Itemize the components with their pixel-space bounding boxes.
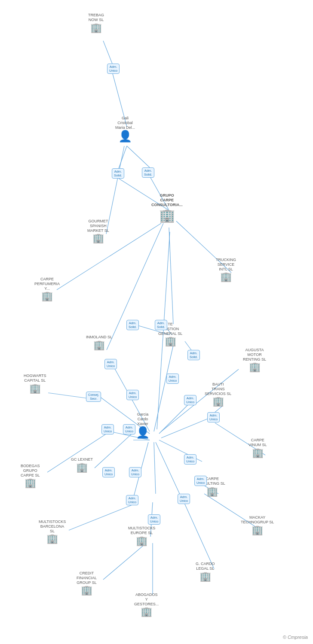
te-gestion-icon: 🏢	[165, 337, 176, 346]
multistocks-barcelona-icon: 🏢	[46, 534, 58, 544]
g-cardo-legal-icon: 🏢	[199, 572, 211, 581]
multistocks-europe-node: MULTISTOCKS EUROPE SL 🏢	[128, 526, 155, 546]
badge-adm-unico-multi: Adm.Unico	[178, 494, 190, 504]
inmoland-icon: 🏢	[93, 340, 105, 350]
badge-adm-unico-carpe-v: Adm.Unico	[184, 454, 196, 465]
multistocks-europe-icon: 🏢	[136, 536, 147, 546]
augusta-node: AUGUSTA MOTOR RENTING SL 🏢	[243, 348, 266, 372]
badge-adm-unico-gc1: Adm.Unico	[101, 424, 114, 434]
badge-consej-secr: Consej.Secr.	[86, 392, 101, 402]
badge-adm-solid-5: Adm.Solid.	[187, 350, 200, 360]
badge-adm-solid-1: Adm.Solid.	[112, 168, 124, 179]
badge-adm-solid-4: Adm.Solid.	[155, 320, 167, 330]
svg-line-0	[103, 41, 112, 64]
augusta-icon: 🏢	[249, 362, 261, 372]
svg-line-24	[95, 434, 132, 468]
gali-node: Gali Cristobal Maria Del... 👤	[115, 116, 135, 142]
trebag-icon: 🏢	[90, 23, 102, 33]
svg-line-34	[103, 543, 146, 580]
watermark: © Cmpresia	[283, 635, 308, 640]
carpe-vinum-node: CARPE VINUM SL 🏢	[249, 438, 267, 458]
svg-line-32	[156, 442, 181, 496]
svg-line-14	[154, 341, 174, 431]
svg-line-19	[161, 416, 213, 438]
badge-adm-solid-2: Adm.Solid.	[142, 167, 154, 178]
diagram-container: TREBAG NOW SL 🏢 Gali Cristobal Maria Del…	[0, 0, 313, 644]
badge-adm-unico-multi3: Adm.Unico	[148, 514, 160, 525]
g-cardo-legal-node: G. CARDO LEGAL SL 🏢	[196, 562, 215, 581]
badge-adm-unico-bauti2: Adm.Unico	[207, 412, 220, 422]
svg-line-33	[184, 502, 214, 569]
garcia-node: Garcia Cardo Xavier 👤	[136, 412, 150, 438]
badge-adm-solid-3: Adm.Solid.	[126, 320, 139, 330]
gc-lexnet-node: GC LEXNET 🏢	[71, 457, 93, 472]
credit-financial-node: CREDIT FINANCIAL GROUP SL 🏢	[77, 571, 97, 595]
badge-adm-unico-multi2: Adm.Unico	[126, 495, 138, 505]
grupo-carpe-icon: 🏢	[159, 208, 175, 223]
badge-adm-unico-bauti: Adm.Unico	[184, 395, 196, 405]
badge-adm-unico-1: Adm.Unico	[107, 64, 120, 74]
hogwarts-icon: 🏢	[29, 384, 41, 393]
trucking-node: TRUCKING SERVICE INTL SL 🏢	[216, 258, 236, 282]
badge-adm-unico-bodegas: Adm.Unico	[102, 467, 115, 477]
badge-adm-unico-lexnet: Adm.Unico	[129, 467, 141, 477]
grupo-carpe-node: GRUPO CARPE CONSULTORIA... 🏢	[151, 193, 183, 223]
garcia-icon: 👤	[136, 427, 150, 438]
bodegas-icon: 🏢	[25, 478, 36, 488]
badge-adm-unico-gc2: Adm.Unico	[123, 424, 135, 434]
carpe-perfumeria-node: CARPE PERFUMERIA Y... 🏢	[34, 277, 60, 301]
credit-financial-icon: 🏢	[81, 586, 92, 595]
abogados-icon: 🏢	[141, 607, 152, 617]
svg-line-10	[107, 223, 163, 350]
svg-line-3	[127, 146, 150, 167]
bodegas-node: BODEGAS GRUPO CARPE SL 🏢	[21, 464, 40, 488]
svg-line-17	[159, 401, 191, 434]
gali-icon: 👤	[118, 131, 132, 142]
inmoland-node: INMOLAND SL 🏢	[86, 335, 112, 350]
gc-lexnet-icon: 🏢	[76, 463, 88, 472]
svg-line-7	[169, 228, 173, 324]
trebag-node: TREBAG NOW SL 🏢	[88, 13, 104, 33]
carpe-insulting-icon: 🏢	[206, 487, 218, 496]
trucking-icon: 🏢	[220, 272, 232, 282]
bauti-trans-node: BAUTI TRANS SERVICIOS SL 🏢	[205, 382, 231, 406]
abogados-node: ABOGADOS Y GESTORES... 🏢	[134, 592, 159, 617]
gourmet-icon: 🏢	[92, 234, 104, 243]
bauti-trans-icon: 🏢	[212, 397, 224, 406]
gourmet-node: GOURMET SPANISH MARKET SL 🏢	[87, 219, 109, 243]
hogwarts-node: HOGWARTS CAPITAL SL 🏢	[24, 374, 46, 393]
svg-line-27	[154, 442, 156, 494]
badge-adm-unico-hogwarts: Adm.Unico	[126, 390, 139, 400]
svg-line-30	[69, 504, 133, 530]
mackay-node: MACKAY TECHNOGRUP SL 🏢	[241, 515, 274, 535]
badge-adm-unico-inmoland: Adm.Unico	[104, 359, 117, 369]
carpe-vinum-icon: 🏢	[252, 448, 264, 458]
mackay-icon: 🏢	[252, 526, 263, 535]
svg-line-18	[215, 406, 223, 412]
svg-line-2	[118, 146, 127, 170]
badge-adm-unico-te: Adm.Unico	[166, 374, 179, 384]
multistocks-barcelona-node: MULTISTOCKS BARCELONA SL 🏢	[39, 519, 66, 544]
carpe-perfumeria-icon: 🏢	[41, 292, 53, 301]
badge-adm-unico-carpe-i: Adm.Unico	[194, 476, 207, 486]
watermark-text: Cmpresia	[288, 635, 308, 640]
